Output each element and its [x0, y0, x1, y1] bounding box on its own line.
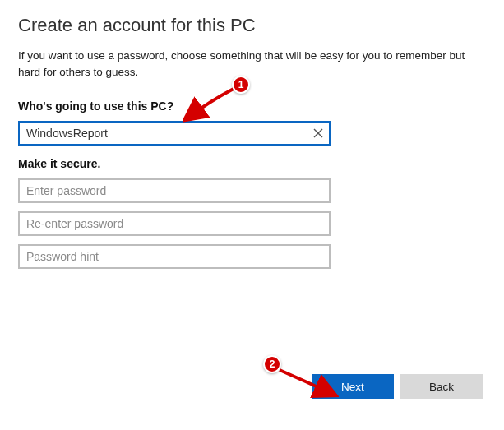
- button-row: Next Back: [312, 374, 483, 399]
- next-button[interactable]: Next: [312, 374, 394, 399]
- password-input[interactable]: [18, 178, 331, 203]
- annotation-badge: 2: [263, 355, 281, 373]
- clear-username-button[interactable]: [307, 123, 329, 144]
- password-confirm-input[interactable]: [18, 211, 331, 236]
- close-icon: [313, 128, 323, 138]
- username-input[interactable]: [18, 121, 331, 146]
- secure-label: Make it secure.: [18, 157, 486, 170]
- back-button[interactable]: Back: [400, 374, 483, 399]
- password-hint-input[interactable]: [18, 244, 331, 269]
- username-label: Who's going to use this PC?: [18, 99, 486, 113]
- page-subtitle: If you want to use a password, choose so…: [18, 48, 479, 80]
- page-title: Create an account for this PC: [18, 15, 486, 36]
